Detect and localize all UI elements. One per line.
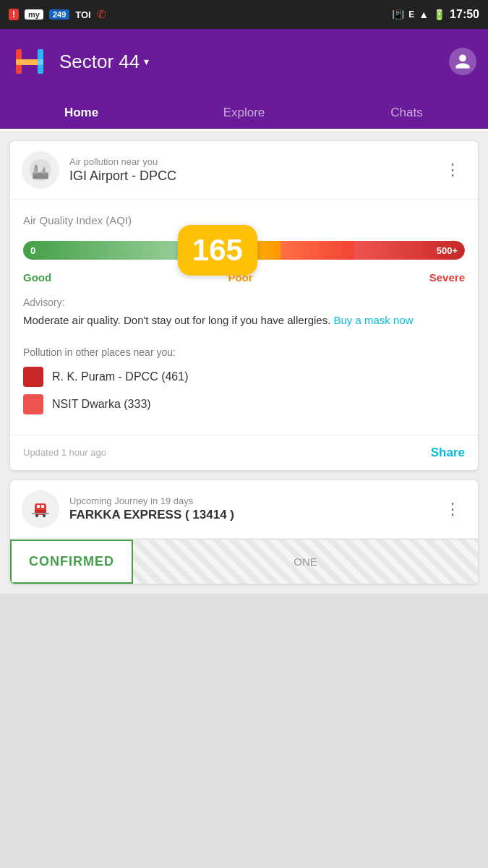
buy-mask-link[interactable]: Buy a mask now: [333, 314, 413, 326]
aqi-poor-segment: [281, 241, 354, 260]
journey-more-options-icon[interactable]: ⋮: [439, 497, 466, 522]
aqi-value: 165: [192, 233, 243, 268]
share-button[interactable]: Share: [431, 446, 465, 460]
aqi-section: Air Quality Index (AQI) 0 500+ 165 Good: [10, 200, 478, 297]
journey-card: Upcoming Journey in 19 days FARKKA EXPRE…: [10, 480, 478, 584]
svg-rect-10: [43, 167, 46, 170]
train-icon-wrap: [22, 490, 59, 528]
nearby-title: Pollution in other places near you:: [23, 346, 465, 358]
svg-rect-4: [16, 59, 43, 65]
clock: 17:50: [450, 8, 479, 21]
tab-bar: Home Explore Chats: [0, 94, 488, 131]
pollution-card-header: Air pollution near you IGI Airport - DPC…: [10, 141, 478, 200]
svg-point-17: [43, 514, 46, 517]
pollution-card-footer: Updated 1 hour ago Share: [10, 435, 478, 470]
more-options-icon[interactable]: ⋮: [439, 158, 466, 182]
confirmed-badge: CONFIRMED: [10, 540, 133, 584]
one-label: ONE: [294, 556, 317, 568]
journey-card-header: Upcoming Journey in 19 days FARKKA EXPRE…: [10, 480, 478, 539]
advisory-label: Advisory:: [23, 297, 465, 308]
nearby-place-2[interactable]: NSIT Dwarka (333): [52, 398, 151, 411]
aqi-min-label: 0: [30, 245, 35, 256]
dropdown-arrow-icon: ▾: [144, 56, 149, 67]
svg-rect-9: [35, 165, 38, 169]
exclamation-icon: !: [9, 9, 19, 20]
header-left: Sector 44 ▾: [12, 43, 149, 80]
pollution-title-block: Air pollution near you IGI Airport - DPC…: [69, 156, 439, 184]
signal-icon: ▲: [419, 9, 429, 20]
pollution-location: IGI Airport - DPCC: [69, 169, 439, 184]
journey-title-block: Upcoming Journey in 19 days FARKKA EXPRE…: [69, 495, 439, 522]
user-avatar[interactable]: [449, 48, 476, 75]
tab-chats[interactable]: Chats: [325, 94, 488, 129]
pollution-subtitle: Air pollution near you: [69, 156, 439, 167]
nearby-dot-2: [23, 394, 43, 414]
advisory-section: Advisory: Moderate air quality. Don't st…: [10, 297, 478, 341]
svg-rect-18: [32, 513, 49, 514]
factory-icon-wrap: [22, 151, 59, 189]
svg-rect-14: [41, 505, 44, 508]
status-bar: ! my 249 TOI ✆ 📳 E ▲ 🔋 17:50: [0, 0, 488, 29]
status-bar-right: 📳 E ▲ 🔋 17:50: [392, 8, 479, 21]
location-name: Sector 44: [59, 51, 140, 73]
aqi-max-label: 500+: [437, 245, 458, 256]
updated-time: Updated 1 hour ago: [23, 447, 106, 458]
app-logo: [12, 43, 48, 80]
svg-point-16: [35, 514, 38, 517]
main-content: Air pollution near you IGI Airport - DPC…: [0, 131, 488, 594]
toi-icon: TOI: [75, 9, 90, 20]
aqi-bar-container: 0 500+ 165: [23, 241, 465, 260]
nearby-section: Pollution in other places near you: R. K…: [10, 341, 478, 435]
nearby-item-2: NSIT Dwarka (333): [23, 394, 465, 414]
missed-call-icon: ✆: [97, 8, 106, 21]
journey-train-name: FARKKA EXPRESS ( 13414 ): [69, 508, 439, 522]
tab-explore[interactable]: Explore: [163, 94, 325, 129]
nearby-item-1: R. K. Puram - DPCC (461): [23, 367, 465, 387]
my-icon: my: [25, 9, 43, 20]
aqi-value-bubble: 165: [178, 225, 257, 276]
status-bar-left: ! my 249 TOI ✆: [9, 8, 106, 21]
249-icon: 249: [49, 9, 69, 20]
header-title[interactable]: Sector 44 ▾: [59, 51, 149, 73]
factory-icon: [29, 158, 52, 182]
advisory-text: Moderate air quality. Don't stay out for…: [23, 312, 465, 329]
vibrate-icon: 📳: [392, 9, 404, 20]
aqi-severe-label: Severe: [429, 271, 465, 284]
one-section: ONE: [133, 540, 478, 584]
app-header: Sector 44 ▾: [0, 29, 488, 94]
nearby-dot-1: [23, 367, 43, 387]
advisory-content: Moderate air quality. Don't stay out for…: [23, 314, 330, 326]
network-e-icon: E: [408, 9, 414, 20]
train-icon: [26, 495, 55, 524]
svg-rect-15: [35, 510, 46, 513]
battery-icon: 🔋: [433, 9, 445, 20]
tab-home[interactable]: Home: [0, 94, 163, 129]
aqi-good-label: Good: [23, 271, 51, 284]
pollution-card: Air pollution near you IGI Airport - DPC…: [10, 141, 478, 470]
journey-subtitle: Upcoming Journey in 19 days: [69, 495, 439, 506]
nearby-place-1[interactable]: R. K. Puram - DPCC (461): [52, 370, 188, 383]
confirmed-section: CONFIRMED ONE: [10, 539, 478, 584]
svg-rect-13: [37, 505, 40, 508]
